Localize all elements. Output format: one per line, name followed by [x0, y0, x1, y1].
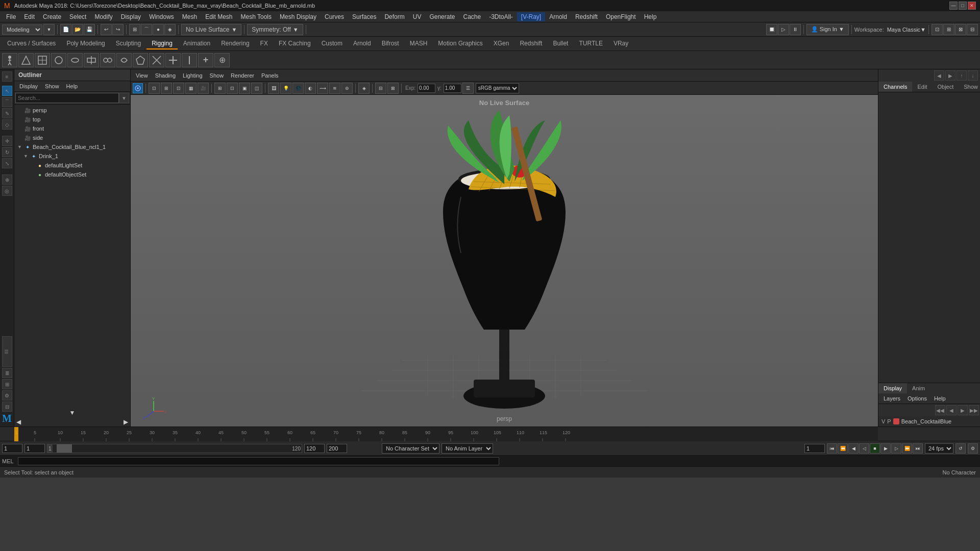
shelf-tab-animation[interactable]: Animation [178, 38, 215, 49]
shelf-tab-turtle[interactable]: TURTLE [574, 38, 607, 49]
menu-windows[interactable]: Windows [145, 12, 178, 21]
timeline-ruler[interactable]: 1 5 10 15 20 25 30 35 40 45 50 55 60 [14, 427, 878, 441]
new-scene-button[interactable]: 📄 [60, 24, 71, 35]
menu-3dtoa[interactable]: -3DtoAll- [485, 12, 517, 21]
vp-render-selector[interactable] [133, 83, 143, 93]
shelf-tab-curves-surfaces[interactable]: Curves / Surfaces [2, 38, 61, 49]
vp-btn-cam4[interactable]: ▦ [185, 83, 197, 94]
shelf-tool-9[interactable] [133, 53, 148, 67]
options-menu-item[interactable]: Options [904, 394, 930, 403]
vp-ao-button[interactable]: ◐ [305, 83, 316, 94]
tree-item-side[interactable]: 🎥 side [15, 133, 129, 142]
layer-p-btn[interactable]: P [887, 418, 891, 424]
shelf-tool-select-skeleton[interactable] [2, 53, 17, 67]
show-manipulator-button[interactable]: ⊕ [2, 174, 12, 185]
vp-menu-show[interactable]: Show [207, 71, 227, 80]
shelf-tab-xgen[interactable]: XGen [488, 38, 514, 49]
menu-display[interactable]: Display [117, 12, 145, 21]
menu-modify[interactable]: Modify [90, 12, 116, 21]
move-tool-button[interactable]: ✛ [2, 136, 12, 146]
shelf-tab-poly-modeling[interactable]: Poly Modeling [61, 38, 110, 49]
menu-openflight[interactable]: OpenFlight [602, 12, 640, 21]
go-to-start-button[interactable]: ⏮ [827, 443, 837, 454]
shelf-tool-plus2[interactable]: ⊕ [214, 53, 230, 67]
vp-motion-blur-button[interactable]: ⟿ [317, 83, 328, 94]
vp-hud-button[interactable]: ⊜ [341, 83, 353, 94]
vp-menu-renderer[interactable]: Renderer [228, 71, 257, 80]
minimize-button[interactable]: — [949, 2, 958, 10]
vp-safe-area-button[interactable]: ⊠ [387, 83, 399, 94]
layout-btn3[interactable]: ⊠ [955, 24, 966, 35]
vp-smooth-wire-button[interactable]: ◫ [251, 83, 262, 94]
menu-edit[interactable]: Edit [20, 12, 39, 21]
menu-help[interactable]: Help [640, 12, 661, 21]
layer-scroll-left[interactable]: ◀◀ [935, 405, 945, 415]
layer-scroll-left2[interactable]: ◀ [946, 405, 957, 415]
vp-smooth-button[interactable]: ⊡ [227, 83, 238, 94]
shelf-tool-4[interactable] [51, 53, 66, 67]
vp-btn-cam3[interactable]: ⊡ [173, 83, 184, 94]
tree-item-drink1[interactable]: ▼ ✦ Drink_1 [15, 152, 129, 161]
viewport-3d[interactable]: No Live Surface [131, 95, 878, 427]
close-button[interactable]: ✕ [968, 2, 976, 10]
outliner-search-options[interactable]: ▼ [119, 93, 129, 103]
shelf-tab-fx[interactable]: FX [255, 38, 273, 49]
playback-end-input[interactable] [304, 444, 325, 453]
menu-cache[interactable]: Cache [459, 12, 485, 21]
vp-resolution-gate-button[interactable]: ⊟ [375, 83, 386, 94]
outliner-show-menu[interactable]: Show [42, 82, 62, 90]
menu-deform[interactable]: Deform [380, 12, 408, 21]
tree-item-top[interactable]: 🎥 top [15, 115, 129, 124]
outliner-left-arrow[interactable]: ◀ [16, 418, 21, 425]
shelf-tool-7[interactable] [100, 53, 115, 67]
next-frame-button[interactable]: ▷ [891, 443, 901, 454]
rp-scroll-right[interactable]: ▶ [945, 70, 955, 81]
shelf-tab-rendering[interactable]: Rendering [216, 38, 254, 49]
rotate-tool-button[interactable]: ↻ [2, 147, 12, 157]
lasso-tool-button[interactable]: ⌒ [2, 97, 12, 107]
rp-scroll-left[interactable]: ◀ [934, 70, 944, 81]
scale-tool-button[interactable]: ⤡ [2, 158, 12, 168]
render-current-button[interactable]: 🔲 [766, 24, 777, 35]
play-back-button[interactable]: ◁ [859, 443, 869, 454]
step-forward-button[interactable]: ⏩ [902, 443, 912, 454]
outliner-search-input[interactable] [15, 93, 119, 103]
shelf-tab-bullet[interactable]: Bullet [548, 38, 573, 49]
layer-color-swatch[interactable] [893, 418, 899, 424]
tree-item-cocktail-grp[interactable]: ▼ ✦ Beach_Cocktail_Blue_ncl1_1 [15, 142, 129, 152]
playback-settings-button[interactable]: ⚙ [968, 443, 978, 454]
tree-item-persp[interactable]: 🎥 persp [15, 106, 129, 115]
soft-select-button[interactable]: ◎ [2, 186, 12, 196]
stop-button[interactable]: ■ [870, 443, 880, 454]
render-view-button[interactable]: ⊟ [2, 402, 12, 412]
sign-in-button[interactable]: 👤 Sign In ▼ [806, 24, 849, 35]
open-scene-button[interactable]: 📂 [72, 24, 83, 35]
menu-redshift[interactable]: Redshift [571, 12, 602, 21]
menu-file[interactable]: File [2, 12, 20, 21]
vp-menu-shading[interactable]: Shading [152, 71, 179, 80]
current-frame-input[interactable] [2, 444, 22, 453]
menu-surfaces[interactable]: Surfaces [348, 12, 380, 21]
shelf-tool-plus1[interactable]: + [198, 53, 213, 67]
symmetry-dropdown[interactable]: Symmetry: Off ▼ [247, 24, 303, 35]
menu-vray[interactable]: [V-Ray] [517, 12, 545, 21]
tree-item-objset[interactable]: ● defaultObjectSet [15, 170, 129, 179]
menu-uv[interactable]: UV [409, 12, 426, 21]
vp-shadow-button[interactable]: 🌑 [292, 83, 304, 94]
vp-texture-button[interactable]: 🖼 [268, 83, 279, 94]
fps-select[interactable]: 24 fps 30 fps 60 fps [925, 443, 953, 454]
shelf-tab-fx-caching[interactable]: FX Caching [274, 38, 316, 49]
snap-grid-button[interactable]: ⊞ [129, 24, 140, 35]
layer-v-btn[interactable]: V [881, 418, 885, 424]
component-tool-button[interactable]: ◇ [2, 119, 12, 130]
frame-number-right[interactable] [804, 444, 825, 453]
vp-gamma-toggle[interactable]: ☰ [462, 83, 474, 94]
vp-menu-view[interactable]: View [133, 71, 151, 80]
outliner-display-menu[interactable]: Display [16, 82, 41, 90]
shelf-tool-3[interactable] [35, 53, 50, 67]
layer-name[interactable]: Beach_CocktailBlue [901, 418, 951, 424]
range-end-input[interactable] [327, 444, 347, 453]
rp-tab-channels[interactable]: Channels [878, 82, 912, 92]
vp-gamma-input[interactable] [444, 84, 461, 93]
character-set-select[interactable]: No Character Set [382, 443, 439, 454]
